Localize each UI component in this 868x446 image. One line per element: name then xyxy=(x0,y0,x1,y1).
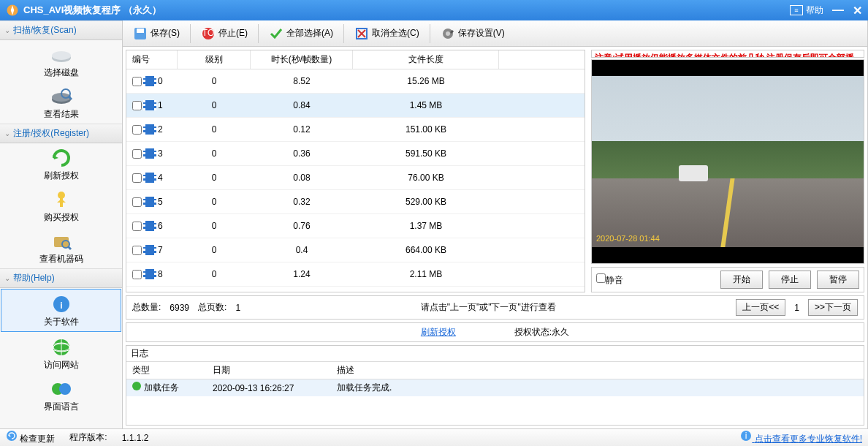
version-value: 1.1.1.2 xyxy=(122,433,149,443)
film-icon xyxy=(143,124,156,135)
play-button[interactable]: 开始 xyxy=(720,271,763,289)
sidebar-item-label: 查看机器码 xyxy=(0,253,122,265)
table-row[interactable]: 300.36591.50 KB xyxy=(126,142,585,166)
window-title: CHS_AVI视频恢复程序 （永久） xyxy=(23,4,790,17)
col-level[interactable]: 级别 xyxy=(178,50,251,69)
row-checkbox[interactable] xyxy=(132,101,142,110)
sidebar-item-about[interactable]: i关于软件 xyxy=(1,289,121,332)
more-software-link[interactable]: i 点击查看更多专业恢复软件! xyxy=(740,430,862,445)
sidebar-item-buy-auth[interactable]: 购买授权 xyxy=(0,185,122,227)
table-row[interactable]: 600.761.37 MB xyxy=(126,214,585,238)
center-panel: 保存(S) STOP停止(E) 全部选择(A) 取消全选(C) 保存设置(V) … xyxy=(123,20,868,428)
sidebar-item-about-icon: i xyxy=(50,294,73,314)
sidebar-item-language[interactable]: 界面语言 xyxy=(0,374,122,416)
sidebar-item-label: 购买授权 xyxy=(0,211,122,224)
refresh-auth-link[interactable]: 刷新授权 xyxy=(421,326,456,339)
film-icon xyxy=(143,269,156,279)
row-checkbox[interactable] xyxy=(132,222,142,231)
table-body[interactable]: 008.5215.26 MB100.841.45 MB200.12151.00 … xyxy=(126,69,585,292)
toolbar: 保存(S) STOP停止(E) 全部选择(A) 取消全选(C) 保存设置(V) xyxy=(123,20,867,47)
table-row[interactable]: 801.242.11 MB xyxy=(126,262,585,287)
preview-panel: 注意:试用播放仅能播放多媒体文件的前几秒,注册保存后即可全部播放! 2020-0… xyxy=(588,47,867,295)
prev-page-button[interactable]: 上一页<< xyxy=(736,299,785,316)
log-body: 加载任务2020-09-13 16:26:27加载任务完成. xyxy=(126,379,864,396)
video-preview[interactable]: 2020-07-28 01:44 xyxy=(591,59,864,264)
table-row[interactable]: 100.841.45 MB xyxy=(126,94,585,118)
row-checkbox[interactable] xyxy=(132,77,142,86)
preview-notice: 注意:试用播放仅能播放多媒体文件的前几秒,注册保存后即可全部播放! xyxy=(591,50,864,58)
next-page-button[interactable]: >>下一页 xyxy=(808,299,858,316)
sidebar-item-label: 访问网站 xyxy=(0,359,122,371)
sidebar-item-label: 刷新授权 xyxy=(0,170,122,182)
sidebar-section-header[interactable]: ⌄帮助(Help) xyxy=(0,268,122,288)
titlebar-help-button[interactable]: ≡帮助 xyxy=(790,4,823,17)
sidebar-item-buy-auth-icon xyxy=(50,189,73,210)
total-count-label: 总数量: xyxy=(132,301,161,314)
svg-rect-9 xyxy=(54,237,69,247)
film-icon xyxy=(143,245,156,255)
uncheck-icon xyxy=(354,26,369,41)
sidebar-item-select-disk[interactable]: 选择磁盘 xyxy=(0,40,122,82)
sidebar: ⌄扫描/恢复(Scan)选择磁盘查看结果⌄注册/授权(Register)刷新授权… xyxy=(0,20,123,428)
log-row[interactable]: 加载任务2020-09-13 16:26:27加载任务完成. xyxy=(126,379,864,396)
svg-line-11 xyxy=(68,246,71,249)
col-size[interactable]: 文件长度 xyxy=(353,50,499,69)
auth-bar: 刷新授权 授权状态:永久 xyxy=(126,322,864,342)
sidebar-section-header[interactable]: ⌄扫描/恢复(Scan) xyxy=(0,20,122,40)
sidebar-item-language-icon xyxy=(50,379,73,399)
titlebar: CHS_AVI视频恢复程序 （永久） ≡帮助 — ✕ xyxy=(0,0,868,20)
row-checkbox[interactable] xyxy=(132,270,142,279)
table-header: 编号 级别 时长(秒/帧数量) 文件长度 xyxy=(126,50,585,69)
row-checkbox[interactable] xyxy=(132,149,142,159)
sidebar-item-label: 查看结果 xyxy=(0,108,122,121)
separator xyxy=(430,24,430,43)
svg-text:i: i xyxy=(745,431,747,441)
close-button[interactable]: ✕ xyxy=(853,4,862,18)
sidebar-item-refresh-auth[interactable]: 刷新授权 xyxy=(0,143,122,185)
pause-button[interactable]: 暂停 xyxy=(817,271,859,289)
col-num[interactable]: 编号 xyxy=(126,50,178,69)
sidebar-item-website-icon xyxy=(50,337,73,358)
stop-button[interactable]: STOP停止(E) xyxy=(195,23,254,44)
save-icon xyxy=(133,26,148,41)
video-timestamp: 2020-07-28 01:44 xyxy=(596,234,660,243)
table-row[interactable]: 200.12151.00 KB xyxy=(126,118,585,142)
separator xyxy=(343,24,344,43)
table-row[interactable]: 500.32529.00 KB xyxy=(126,190,585,214)
save-button[interactable]: 保存(S) xyxy=(127,23,186,44)
sidebar-item-website[interactable]: 访问网站 xyxy=(0,333,122,374)
chevron-icon: ⌄ xyxy=(4,26,10,34)
sidebar-item-refresh-auth-icon xyxy=(50,148,73,168)
save-settings-button[interactable]: 保存设置(V) xyxy=(435,23,511,44)
app-icon xyxy=(6,4,19,17)
film-icon xyxy=(143,76,156,86)
table-row[interactable]: 700.4664.00 KB xyxy=(126,238,585,262)
log-col-type[interactable]: 类型 xyxy=(126,362,207,379)
log-col-date[interactable]: 日期 xyxy=(207,362,331,379)
help-icon: ≡ xyxy=(790,5,803,15)
row-checkbox[interactable] xyxy=(132,197,142,207)
row-checkbox[interactable] xyxy=(132,246,142,255)
row-checkbox[interactable] xyxy=(132,125,142,135)
col-duration[interactable]: 时长(秒/帧数量) xyxy=(251,50,353,69)
row-checkbox[interactable] xyxy=(132,173,142,183)
select-all-button[interactable]: 全部选择(A) xyxy=(263,23,339,44)
table-row[interactable]: 008.5215.26 MB xyxy=(126,69,585,94)
update-icon xyxy=(6,430,18,442)
log-col-desc[interactable]: 描述 xyxy=(331,362,864,379)
svg-point-17 xyxy=(59,383,71,395)
sidebar-item-view-results[interactable]: 查看结果 xyxy=(0,82,122,124)
mute-checkbox[interactable]: 静音 xyxy=(596,273,623,287)
sidebar-item-machine-code[interactable]: 查看机器码 xyxy=(0,227,122,268)
sidebar-section-header[interactable]: ⌄注册/授权(Register) xyxy=(0,124,122,143)
sidebar-item-view-results-icon xyxy=(50,86,73,107)
pager: 总数量: 6939 总页数: 1 请点击"上一页"或"下一页"进行查看 上一页<… xyxy=(126,295,864,320)
film-icon xyxy=(143,173,156,183)
check-update-button[interactable]: 检查更新 xyxy=(6,430,55,445)
svg-text:i: i xyxy=(60,301,62,311)
deselect-all-button[interactable]: 取消全选(C) xyxy=(349,23,425,44)
results-table: 编号 级别 时长(秒/帧数量) 文件长度 008.5215.26 MB100.8… xyxy=(126,50,585,292)
table-row[interactable]: 400.0876.00 KB xyxy=(126,166,585,190)
minimize-button[interactable]: — xyxy=(832,4,844,18)
stop-playback-button[interactable]: 停止 xyxy=(769,271,811,289)
